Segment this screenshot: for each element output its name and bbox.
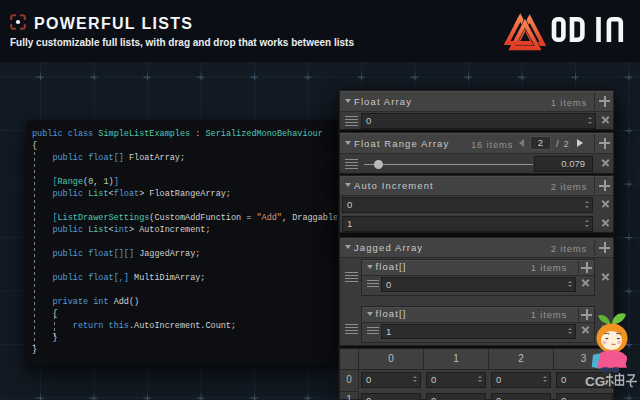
svg-text:CG: CG (585, 374, 605, 389)
